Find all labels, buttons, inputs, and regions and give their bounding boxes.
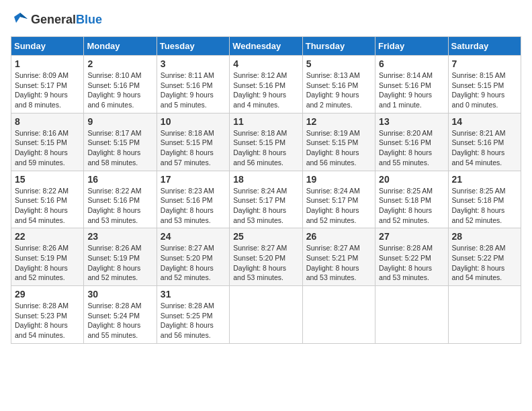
daylight-label: Daylight: 8 hours and 52 minutes. [15,264,68,282]
daylight-label: Daylight: 8 hours and 56 minutes. [233,148,286,167]
day-number: 8 [15,116,80,127]
day-number: 6 [379,58,444,69]
day-number: 19 [306,174,371,185]
calendar-day-8: 8 Sunrise: 8:16 AM Sunset: 5:15 PM Dayli… [11,113,84,171]
day-info: Sunrise: 8:28 AM Sunset: 5:22 PM Dayligh… [452,243,517,283]
day-info: Sunrise: 8:27 AM Sunset: 5:20 PM Dayligh… [161,243,226,283]
calendar-day-19: 19 Sunrise: 8:24 AM Sunset: 5:17 PM Dayl… [302,171,375,228]
sunset-label: Sunset: 5:20 PM [161,254,213,262]
sunrise-label: Sunrise: 8:14 AM [379,71,433,79]
sunrise-label: Sunrise: 8:27 AM [233,244,287,252]
weekday-header-wednesday: Wednesday [230,37,302,56]
day-number: 1 [15,58,80,69]
daylight-label: Daylight: 8 hours and 58 minutes. [87,148,140,167]
day-info: Sunrise: 8:27 AM Sunset: 5:20 PM Dayligh… [233,243,298,283]
sunset-label: Sunset: 5:16 PM [306,81,359,89]
day-number: 12 [306,116,371,127]
daylight-label: Daylight: 8 hours and 52 minutes. [379,206,432,224]
daylight-label: Daylight: 8 hours and 54 minutes. [452,264,505,282]
calendar-day-4: 4 Sunrise: 8:12 AM Sunset: 5:16 PM Dayli… [230,56,302,113]
sunset-label: Sunset: 5:16 PM [233,81,285,89]
calendar-day-11: 11 Sunrise: 8:18 AM Sunset: 5:15 PM Dayl… [230,113,302,171]
daylight-label: Daylight: 9 hours and 6 minutes. [87,91,140,109]
sunrise-label: Sunrise: 8:27 AM [161,244,214,252]
sunrise-label: Sunrise: 8:28 AM [452,244,506,252]
daylight-label: Daylight: 9 hours and 2 minutes. [306,91,359,109]
sunset-label: Sunset: 5:16 PM [161,196,213,204]
sunset-label: Sunset: 5:15 PM [306,138,359,146]
sunset-label: Sunset: 5:20 PM [233,254,285,262]
calendar-day-23: 23 Sunrise: 8:26 AM Sunset: 5:19 PM Dayl… [84,228,157,286]
sunset-label: Sunset: 5:16 PM [15,196,67,204]
weekday-header-friday: Friday [375,37,448,56]
sunset-label: Sunset: 5:16 PM [87,81,140,89]
calendar-day-25: 25 Sunrise: 8:27 AM Sunset: 5:20 PM Dayl… [230,228,302,286]
day-info: Sunrise: 8:24 AM Sunset: 5:17 PM Dayligh… [306,186,371,226]
day-number: 2 [87,58,152,69]
day-number: 27 [379,231,444,242]
weekday-header-sunday: Sunday [11,37,84,56]
sunset-label: Sunset: 5:16 PM [161,81,213,89]
sunrise-label: Sunrise: 8:25 AM [452,187,506,195]
sunrise-label: Sunrise: 8:25 AM [379,187,433,195]
day-number: 13 [379,116,444,127]
day-info: Sunrise: 8:28 AM Sunset: 5:23 PM Dayligh… [15,301,80,340]
calendar-day-30: 30 Sunrise: 8:28 AM Sunset: 5:24 PM Dayl… [84,286,157,344]
calendar-day-18: 18 Sunrise: 8:24 AM Sunset: 5:17 PM Dayl… [230,171,302,228]
day-number: 15 [15,174,80,185]
day-info: Sunrise: 8:09 AM Sunset: 5:17 PM Dayligh… [15,71,80,110]
day-number: 23 [87,231,152,242]
sunset-label: Sunset: 5:22 PM [452,254,504,262]
sunset-label: Sunset: 5:21 PM [306,254,359,262]
daylight-label: Daylight: 9 hours and 4 minutes. [233,91,286,109]
sunrise-label: Sunrise: 8:21 AM [452,129,506,137]
daylight-label: Daylight: 8 hours and 55 minutes. [87,321,140,339]
sunset-label: Sunset: 5:16 PM [379,81,431,89]
sunrise-label: Sunrise: 8:26 AM [15,244,69,252]
day-number: 30 [87,289,152,300]
day-number: 21 [452,174,517,185]
day-number: 26 [306,231,371,242]
day-info: Sunrise: 8:18 AM Sunset: 5:15 PM Dayligh… [161,128,226,168]
sunset-label: Sunset: 5:15 PM [15,138,67,146]
calendar-day-26: 26 Sunrise: 8:27 AM Sunset: 5:21 PM Dayl… [302,228,375,286]
sunset-label: Sunset: 5:17 PM [15,81,67,89]
sunset-label: Sunset: 5:18 PM [379,196,431,204]
calendar-day-2: 2 Sunrise: 8:10 AM Sunset: 5:16 PM Dayli… [84,56,157,113]
sunset-label: Sunset: 5:18 PM [452,196,504,204]
sunset-label: Sunset: 5:22 PM [379,254,431,262]
day-number: 28 [452,231,517,242]
sunset-label: Sunset: 5:16 PM [87,196,140,204]
sunrise-label: Sunrise: 8:12 AM [233,71,287,79]
sunrise-label: Sunrise: 8:20 AM [379,129,433,137]
day-info: Sunrise: 8:28 AM Sunset: 5:22 PM Dayligh… [379,243,444,283]
calendar-day-14: 14 Sunrise: 8:21 AM Sunset: 5:16 PM Dayl… [448,113,521,171]
day-info: Sunrise: 8:21 AM Sunset: 5:16 PM Dayligh… [452,128,517,168]
calendar-day-22: 22 Sunrise: 8:26 AM Sunset: 5:19 PM Dayl… [11,228,84,286]
day-number: 17 [161,174,226,185]
calendar-day-24: 24 Sunrise: 8:27 AM Sunset: 5:20 PM Dayl… [157,228,229,286]
daylight-label: Daylight: 8 hours and 52 minutes. [452,206,505,224]
day-info: Sunrise: 8:14 AM Sunset: 5:16 PM Dayligh… [379,71,444,110]
day-info: Sunrise: 8:15 AM Sunset: 5:15 PM Dayligh… [452,71,517,110]
daylight-label: Daylight: 8 hours and 55 minutes. [379,148,432,167]
weekday-header-tuesday: Tuesday [157,37,229,56]
calendar-day-28: 28 Sunrise: 8:28 AM Sunset: 5:22 PM Dayl… [448,228,521,286]
sunset-label: Sunset: 5:17 PM [306,196,359,204]
calendar-day-27: 27 Sunrise: 8:28 AM Sunset: 5:22 PM Dayl… [375,228,448,286]
weekday-header-saturday: Saturday [448,37,521,56]
sunset-label: Sunset: 5:15 PM [233,138,285,146]
sunrise-label: Sunrise: 8:24 AM [233,187,287,195]
daylight-label: Daylight: 8 hours and 53 minutes. [379,264,432,282]
sunset-label: Sunset: 5:15 PM [87,138,140,146]
day-number: 31 [161,289,226,300]
day-number: 3 [161,58,226,69]
calendar-day-31: 31 Sunrise: 8:28 AM Sunset: 5:25 PM Dayl… [157,286,229,344]
day-number: 29 [15,289,80,300]
calendar-day-7: 7 Sunrise: 8:15 AM Sunset: 5:15 PM Dayli… [448,56,521,113]
sunrise-label: Sunrise: 8:23 AM [161,187,214,195]
daylight-label: Daylight: 8 hours and 53 minutes. [233,206,286,224]
sunrise-label: Sunrise: 8:10 AM [87,71,141,79]
sunrise-label: Sunrise: 8:26 AM [87,244,141,252]
daylight-label: Daylight: 8 hours and 53 minutes. [306,264,359,282]
